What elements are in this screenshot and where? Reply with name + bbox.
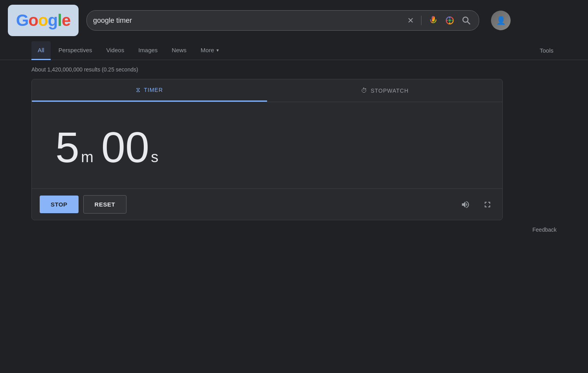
header: Google google timer ✕ — [0, 0, 588, 41]
timer-time: 5 m 00 s — [55, 126, 158, 169]
tab-images[interactable]: Images — [132, 41, 164, 60]
tab-all-label: All — [38, 47, 44, 53]
svg-line-9 — [467, 22, 470, 24]
fullscreen-icon — [483, 200, 492, 209]
timer-seconds-unit: s — [151, 149, 158, 166]
stop-button-label: STOP — [51, 201, 68, 208]
search-submit-button[interactable] — [460, 14, 473, 27]
reset-button-label: RESET — [95, 201, 115, 208]
google-logo[interactable]: Google — [8, 5, 79, 36]
timer-minutes-value: 5 — [55, 126, 79, 169]
timer-controls: STOP RESET — [32, 188, 502, 220]
tab-more-label: More — [201, 47, 214, 53]
feedback-label: Feedback — [533, 227, 557, 233]
feedback-link[interactable]: Feedback — [0, 223, 588, 236]
tab-news[interactable]: News — [165, 41, 193, 60]
tab-more[interactable]: More ▾ — [194, 41, 225, 60]
search-icon — [462, 16, 471, 25]
timer-seconds-value: 00 — [101, 126, 149, 169]
clear-button[interactable]: ✕ — [406, 14, 416, 27]
tab-images-label: Images — [138, 47, 158, 53]
timer-tab-icon: ⧖ — [136, 86, 141, 93]
search-input[interactable]: google timer — [93, 16, 402, 25]
nav-tabs: All Perspectives Videos Images News More… — [0, 41, 588, 60]
timer-minutes-unit: m — [81, 149, 93, 166]
results-text: About 1,420,000,000 results (0.25 second… — [31, 66, 138, 73]
tab-all[interactable]: All — [31, 41, 51, 60]
widget-tabs: ⧖ TIMER ⏱ STOPWATCH — [32, 79, 502, 102]
lens-button[interactable] — [443, 14, 456, 27]
dropdown-arrow-icon: ▾ — [216, 48, 219, 53]
reset-button[interactable]: RESET — [83, 195, 127, 214]
timer-tab-label: TIMER — [144, 87, 163, 93]
volume-button[interactable] — [458, 197, 473, 212]
tab-videos[interactable]: Videos — [100, 41, 131, 60]
mic-icon — [429, 16, 438, 25]
tab-perspectives[interactable]: Perspectives — [52, 41, 99, 60]
tools-label: Tools — [540, 47, 553, 54]
mic-button[interactable] — [427, 14, 440, 27]
lens-icon — [445, 16, 454, 25]
search-bar-container: google timer ✕ — [86, 10, 479, 31]
avatar-image: 👤 — [491, 11, 511, 30]
stop-button[interactable]: STOP — [40, 196, 79, 213]
widget-tab-timer[interactable]: ⧖ TIMER — [32, 79, 267, 102]
timer-display: 5 m 00 s — [32, 102, 502, 188]
controls-right — [458, 197, 495, 212]
volume-icon — [461, 200, 470, 209]
tab-perspectives-label: Perspectives — [59, 47, 92, 53]
results-info: About 1,420,000,000 results (0.25 second… — [0, 60, 588, 76]
stopwatch-tab-icon: ⏱ — [361, 87, 368, 94]
widget-tab-stopwatch[interactable]: ⏱ STOPWATCH — [267, 79, 502, 102]
tools-button[interactable]: Tools — [537, 42, 557, 59]
tab-videos-label: Videos — [106, 47, 125, 53]
svg-point-3 — [449, 19, 451, 22]
stopwatch-tab-label: STOPWATCH — [371, 88, 409, 94]
clear-icon: ✕ — [407, 16, 414, 25]
search-bar: google timer ✕ — [86, 10, 479, 31]
tab-news-label: News — [172, 47, 187, 53]
fullscreen-button[interactable] — [480, 197, 495, 212]
timer-widget: ⧖ TIMER ⏱ STOPWATCH 5 m 00 s STOP RESET — [31, 79, 503, 220]
profile-avatar[interactable]: 👤 — [491, 11, 511, 30]
search-divider — [421, 16, 421, 25]
